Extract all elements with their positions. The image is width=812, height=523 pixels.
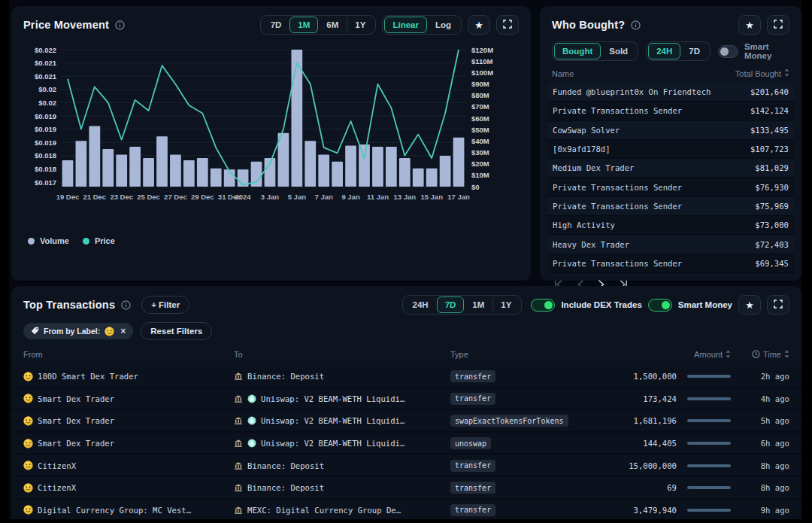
table-row[interactable]: Smart Dex TraderUniswap: V2 BEAM-WETH Li… xyxy=(11,388,801,411)
close-icon[interactable]: × xyxy=(120,326,126,336)
volume-bar[interactable] xyxy=(156,136,168,187)
legend-item-price[interactable]: Price xyxy=(83,236,115,245)
smart-money-switch[interactable] xyxy=(648,299,672,312)
favorite-button[interactable]: ★ xyxy=(738,15,761,35)
column-header-name[interactable]: Name xyxy=(552,69,574,78)
volume-bar[interactable] xyxy=(386,147,397,187)
legend-item-volume[interactable]: Volume xyxy=(28,236,69,245)
volume-bar[interactable] xyxy=(211,169,222,187)
who-bought-side-sold[interactable]: Sold xyxy=(601,43,636,59)
volume-axis-tick: $120M xyxy=(471,46,493,54)
to-cell: Binance: Deposit xyxy=(234,483,450,492)
volume-bar[interactable] xyxy=(440,156,451,187)
fullscreen-button[interactable] xyxy=(767,15,789,35)
table-row[interactable]: CitizenXBinance: Deposittransfer15,000,0… xyxy=(11,455,801,477)
price-range-6m[interactable]: 6M xyxy=(318,17,347,33)
column-header-total-bought[interactable]: Total Bought xyxy=(735,68,789,78)
volume-bar[interactable] xyxy=(102,149,114,187)
volume-bar[interactable] xyxy=(89,126,100,187)
transactions-range-24h[interactable]: 24H xyxy=(404,296,437,313)
column-header-from[interactable]: From xyxy=(23,350,234,359)
price-range-1m[interactable]: 1M xyxy=(289,17,318,33)
volume-bar[interactable] xyxy=(170,155,181,187)
column-header-time[interactable]: Time xyxy=(731,350,789,360)
transactions-range-1m[interactable]: 1M xyxy=(464,296,492,313)
add-filter-button[interactable]: + Filter xyxy=(141,296,189,314)
table-row[interactable]: Private Transactions Sender$142,124 xyxy=(547,102,794,120)
who-bought-range-7d[interactable]: 7D xyxy=(680,43,708,59)
volume-bar[interactable] xyxy=(318,155,329,187)
who-bought-side-bought[interactable]: Bought xyxy=(554,43,601,59)
price-scale-log[interactable]: Log xyxy=(427,17,459,33)
table-row[interactable]: CowSwap Solver$133,495 xyxy=(547,121,794,140)
date-axis-tick: 29 Dec xyxy=(191,193,214,201)
volume-bar[interactable] xyxy=(116,155,127,187)
volume-axis-tick: $80M xyxy=(471,91,489,99)
table-row[interactable]: Private Transactions Sender$75,969 xyxy=(547,197,794,216)
favorite-button[interactable]: ★ xyxy=(468,15,490,35)
legend-dot xyxy=(83,238,89,245)
table-row[interactable]: Medium Dex Trader$81,029 xyxy=(547,159,794,178)
volume-bar[interactable] xyxy=(413,169,424,187)
price-range-7d[interactable]: 7D xyxy=(262,17,290,33)
date-axis-tick: 21 Dec xyxy=(83,193,107,201)
table-row[interactable]: Smart Dex TraderUniswap: V2 BEAM-WETH Li… xyxy=(11,410,801,433)
table-row[interactable]: High Activity$73,000 xyxy=(547,216,794,235)
type-badge: transfer xyxy=(450,393,495,405)
include-dex-trades-switch[interactable] xyxy=(531,299,555,312)
transactions-range-7d[interactable]: 7D xyxy=(437,296,465,313)
table-row[interactable]: Private Transactions Sender$76,930 xyxy=(547,178,794,196)
table-row[interactable]: Funded @blueprint0x On Friendtech$201,64… xyxy=(547,83,794,102)
volume-bar[interactable] xyxy=(143,158,154,187)
column-header-type[interactable]: Type xyxy=(450,350,610,359)
volume-bar[interactable] xyxy=(278,133,289,187)
amount-meter xyxy=(687,442,731,445)
star-icon: ★ xyxy=(745,20,754,31)
amount-cell: 3,479,940 xyxy=(610,506,731,515)
info-icon[interactable] xyxy=(115,20,125,30)
favorite-button[interactable]: ★ xyxy=(738,295,761,315)
price-volume-chart[interactable]: $0.022$0.021$0.021$0.02$0.02$0.019$0.019… xyxy=(23,39,519,209)
date-axis-tick: 19 Dec xyxy=(56,193,80,201)
volume-bar[interactable] xyxy=(62,160,74,187)
price-axis-tick: $0.02 xyxy=(38,85,56,93)
table-row[interactable]: CitizenXBinance: Deposittransfer698h ago xyxy=(11,477,801,500)
table-row[interactable]: 180D Smart Dex TraderBinance: Deposittra… xyxy=(11,366,801,388)
volume-bar[interactable] xyxy=(76,141,87,187)
price-chart-svg[interactable]: $0.022$0.021$0.021$0.02$0.02$0.019$0.019… xyxy=(23,39,519,206)
reset-filters-button[interactable]: Reset Filters xyxy=(141,322,212,340)
to-label: Uniswap: V2 BEAM-WETH Liquidi… xyxy=(261,439,404,448)
volume-bar[interactable] xyxy=(332,162,343,187)
filter-chip-from-by-label[interactable]: From by Label: × xyxy=(23,323,133,339)
volume-bar[interactable] xyxy=(345,145,356,187)
transactions-range-1y[interactable]: 1Y xyxy=(492,296,520,313)
volume-bar[interactable] xyxy=(426,169,438,187)
table-row[interactable]: Heavy Dex Trader$72,403 xyxy=(547,235,794,254)
bank-emoji xyxy=(234,372,243,381)
volume-bar[interactable] xyxy=(453,138,465,187)
table-row[interactable]: [0x9afd178d]$107,723 xyxy=(547,140,794,159)
info-icon[interactable] xyxy=(121,300,131,310)
table-row[interactable]: Smart Dex TraderUniswap: V2 BEAM-WETH Li… xyxy=(11,433,801,455)
fullscreen-button[interactable] xyxy=(496,15,519,35)
volume-bar[interactable] xyxy=(129,147,141,187)
price-scale-linear[interactable]: Linear xyxy=(384,17,427,33)
table-row[interactable]: Private Transactions Sender$69,345 xyxy=(547,254,794,273)
volume-bar[interactable] xyxy=(359,144,370,187)
volume-bar[interactable] xyxy=(372,147,383,187)
column-header-amount[interactable]: Amount xyxy=(610,350,731,360)
from-label: CitizenX xyxy=(38,461,76,470)
info-icon[interactable] xyxy=(631,20,641,30)
who-bought-range-24h[interactable]: 24H xyxy=(648,43,680,59)
column-header-to[interactable]: To xyxy=(234,350,450,359)
volume-bar[interactable] xyxy=(197,158,208,187)
filter-chip-label: From by Label: xyxy=(44,327,100,336)
volume-bar[interactable] xyxy=(304,141,316,187)
smart-money-switch[interactable] xyxy=(718,45,738,58)
transactions-table: 180D Smart Dex TraderBinance: Deposittra… xyxy=(11,366,801,519)
table-row[interactable]: Digital Currency Group: MC Vest…MEXC: Di… xyxy=(11,500,801,519)
volume-bar[interactable] xyxy=(183,160,195,187)
fullscreen-button[interactable] xyxy=(767,295,789,315)
price-range-1y[interactable]: 1Y xyxy=(347,17,374,33)
volume-bar[interactable] xyxy=(399,158,411,187)
